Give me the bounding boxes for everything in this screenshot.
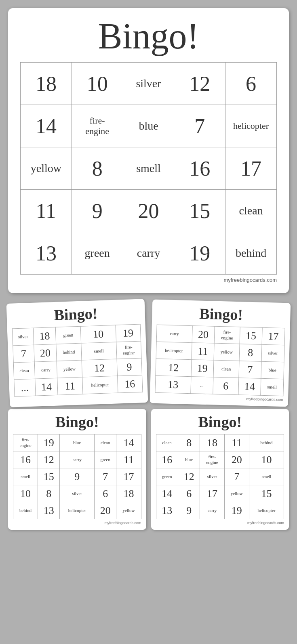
mini-title-1: Bingo! (11, 303, 140, 325)
table-row: 10 8 silver 6 18 (13, 485, 141, 502)
mini-table-4: clean 8 18 11 behind 16 blue fire-engine… (156, 434, 284, 519)
cell: 8 (38, 485, 60, 502)
table-row: 14 6 17 yellow 15 (156, 485, 284, 502)
cell: green (95, 451, 116, 468)
cell: 16 (156, 451, 178, 468)
cell: 17 (225, 147, 277, 190)
cell: blue (123, 105, 174, 147)
cell: 6 (95, 485, 116, 502)
cell: 11 (116, 451, 141, 468)
main-bingo-table: 18 10 silver 12 6 14 fire-engine blue 7 … (20, 62, 277, 275)
table-row: 11 9 20 15 clean (21, 190, 277, 232)
cell: green (72, 232, 123, 275)
mini-table-3: fire-engine 19 blue clean 14 16 12 carry… (13, 434, 141, 519)
cell: 18 (116, 485, 141, 502)
cell: 20 (34, 344, 57, 362)
cell: 11 (57, 377, 83, 395)
cell: 17 (262, 327, 285, 345)
mini-bingo-card-2: Bingo! carry 20 fire-engine 15 17 helico… (150, 300, 290, 407)
cell: 20 (192, 326, 215, 343)
table-row: 13 9 carry 19 helicopter (156, 502, 284, 519)
cell: silver (200, 468, 224, 485)
cell: green (55, 326, 81, 344)
cell: 7 (238, 361, 261, 378)
cell: 20 (224, 451, 249, 468)
cell: 18 (21, 63, 72, 105)
mini-cards-top-row: Bingo! silver 18 green 10 19 7 20 behind… (8, 301, 289, 405)
mini-bingo-card-1: Bingo! silver 18 green 10 19 7 20 behind… (6, 299, 148, 407)
cell: 15 (239, 327, 262, 344)
cell: 19 (116, 324, 141, 342)
table-row: clean 8 18 11 behind (156, 434, 284, 451)
cell: clean (225, 190, 277, 232)
cell: 6 (213, 377, 238, 395)
mini-bingo-card-3: Bingo! fire-engine 19 blue clean 14 16 1… (8, 409, 146, 530)
cell: yellow (116, 502, 141, 519)
cell: 13 (156, 502, 178, 519)
mini-cards-bottom-row: Bingo! fire-engine 19 blue clean 14 16 1… (8, 409, 289, 530)
cell: smell (249, 468, 284, 485)
cell: 8 (178, 434, 200, 451)
cell: 10 (72, 63, 123, 105)
cell: helicopter (225, 105, 277, 147)
cell: 6 (225, 63, 277, 105)
cell: 8 (72, 147, 123, 190)
cell: silver (123, 63, 174, 105)
cell: silver (12, 328, 34, 346)
main-watermark: myfreebingocards.com (20, 277, 277, 283)
cell: blue (261, 361, 284, 379)
cell: 11 (224, 434, 249, 451)
cell: smell (123, 147, 174, 190)
cell: blue (60, 434, 95, 451)
cell: 20 (123, 190, 174, 232)
cell: 17 (200, 485, 224, 502)
cell: 9 (178, 502, 200, 519)
cell: fire-engine (72, 105, 123, 147)
cell: 7 (95, 468, 116, 485)
cell: 16 (174, 147, 225, 190)
cell: 9 (60, 468, 95, 485)
cell: 8 (239, 344, 262, 361)
cell: 20 (95, 502, 116, 519)
cell: 14 (21, 105, 72, 147)
cell: carry (34, 361, 57, 379)
cell: 11 (21, 190, 72, 232)
cell: clean (95, 434, 116, 451)
cell: 10 (13, 485, 38, 502)
cell: helicopter (249, 502, 284, 519)
cell: 19 (224, 502, 249, 519)
table-row: 13 ... 6 14 smell (155, 375, 283, 396)
cell: 12 (178, 468, 200, 485)
mini-title-3: Bingo! (13, 413, 141, 431)
cell: 18 (200, 434, 224, 451)
cell: 15 (174, 190, 225, 232)
cell: 14 (238, 378, 261, 395)
cell: 15 (249, 485, 284, 502)
table-row: smell 15 9 7 17 (13, 468, 141, 485)
cell: 13 (38, 502, 60, 519)
cell: smell (13, 468, 38, 485)
cell: smell (81, 342, 117, 360)
mini-title-4: Bingo! (156, 413, 284, 431)
cell: behind (56, 343, 82, 361)
cell: 10 (249, 451, 284, 468)
table-row: 18 10 silver 12 6 (21, 63, 277, 105)
cell: silver (60, 485, 95, 502)
cell: 6 (178, 485, 200, 502)
cell: carry (60, 451, 95, 468)
cell: smell (260, 378, 283, 396)
table-row: 16 blue fire-engine 20 10 (156, 451, 284, 468)
cell: yellow (224, 485, 249, 502)
cell: 9 (72, 190, 123, 232)
mini-watermark-3: myfreebingocards.com (13, 521, 141, 525)
table-row: 13 green carry 19 behind (21, 232, 277, 275)
cell: 15 (38, 468, 60, 485)
cell: fire-engine (13, 434, 38, 451)
cell: behind (249, 434, 284, 451)
cell: 12 (174, 63, 225, 105)
cell: ... (190, 377, 213, 394)
cell: 9 (117, 358, 142, 376)
cell: 14 (156, 485, 178, 502)
cell: carry (156, 325, 192, 342)
cell: 19 (191, 360, 214, 377)
